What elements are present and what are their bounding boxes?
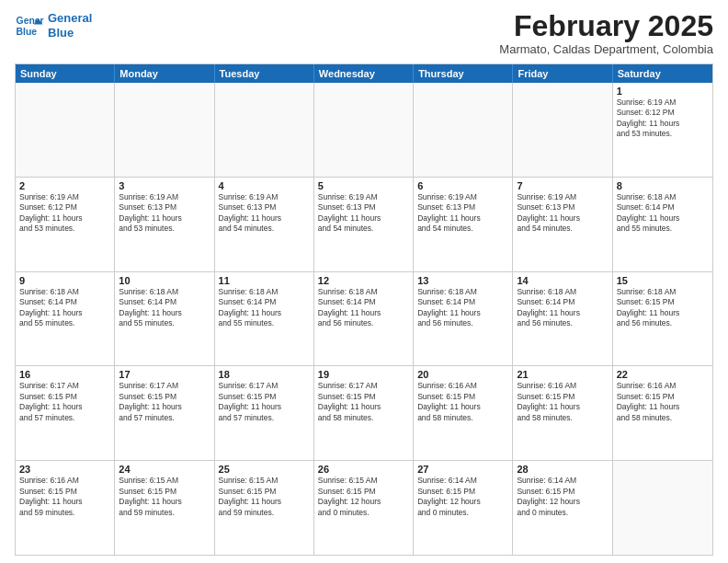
day-info: Sunrise: 6:18 AM Sunset: 6:14 PM Dayligh…	[517, 287, 608, 329]
day-number: 26	[318, 464, 409, 475]
day-number: 25	[219, 464, 310, 475]
day-number: 16	[19, 369, 110, 380]
day-cell-7: 7Sunrise: 6:19 AM Sunset: 6:13 PM Daylig…	[513, 178, 612, 271]
day-number: 5	[318, 180, 409, 191]
calendar-row-3: 9Sunrise: 6:18 AM Sunset: 6:14 PM Daylig…	[16, 272, 712, 367]
day-info: Sunrise: 6:18 AM Sunset: 6:14 PM Dayligh…	[417, 287, 508, 329]
day-cell-14: 14Sunrise: 6:18 AM Sunset: 6:14 PM Dayli…	[513, 272, 612, 366]
day-info: Sunrise: 6:18 AM Sunset: 6:15 PM Dayligh…	[617, 287, 709, 329]
day-number: 14	[517, 275, 608, 286]
day-number: 21	[517, 369, 608, 380]
day-cell-3: 3Sunrise: 6:19 AM Sunset: 6:13 PM Daylig…	[115, 178, 214, 271]
day-number: 17	[119, 369, 210, 380]
day-info: Sunrise: 6:14 AM Sunset: 6:15 PM Dayligh…	[517, 476, 608, 518]
day-info: Sunrise: 6:16 AM Sunset: 6:15 PM Dayligh…	[617, 381, 709, 423]
day-info: Sunrise: 6:17 AM Sunset: 6:15 PM Dayligh…	[318, 381, 409, 423]
day-info: Sunrise: 6:18 AM Sunset: 6:14 PM Dayligh…	[219, 287, 310, 329]
weekday-header-wednesday: Wednesday	[314, 64, 414, 83]
weekday-header-saturday: Saturday	[613, 64, 712, 83]
day-cell-23: 23Sunrise: 6:16 AM Sunset: 6:15 PM Dayli…	[16, 461, 115, 555]
calendar-row-2: 2Sunrise: 6:19 AM Sunset: 6:12 PM Daylig…	[16, 178, 712, 272]
day-cell-12: 12Sunrise: 6:18 AM Sunset: 6:14 PM Dayli…	[314, 272, 414, 366]
day-cell-26: 26Sunrise: 6:15 AM Sunset: 6:15 PM Dayli…	[314, 461, 414, 555]
empty-cell	[115, 83, 214, 177]
empty-cell	[414, 83, 513, 177]
day-info: Sunrise: 6:17 AM Sunset: 6:15 PM Dayligh…	[219, 381, 310, 423]
logo-text-line1: General	[48, 11, 92, 26]
day-number: 10	[119, 275, 210, 286]
location: Marmato, Caldas Department, Colombia	[499, 42, 713, 56]
day-cell-4: 4Sunrise: 6:19 AM Sunset: 6:13 PM Daylig…	[215, 178, 314, 271]
day-cell-24: 24Sunrise: 6:15 AM Sunset: 6:15 PM Dayli…	[115, 461, 214, 555]
empty-cell	[613, 461, 712, 555]
empty-cell	[314, 83, 414, 177]
day-info: Sunrise: 6:17 AM Sunset: 6:15 PM Dayligh…	[19, 381, 110, 423]
day-cell-15: 15Sunrise: 6:18 AM Sunset: 6:15 PM Dayli…	[613, 272, 712, 366]
weekday-header-sunday: Sunday	[16, 64, 115, 83]
day-number: 28	[517, 464, 608, 475]
day-number: 8	[617, 180, 709, 191]
header: General Blue General Blue February 2025 …	[15, 11, 713, 56]
day-info: Sunrise: 6:16 AM Sunset: 6:15 PM Dayligh…	[517, 381, 608, 423]
day-cell-21: 21Sunrise: 6:16 AM Sunset: 6:15 PM Dayli…	[513, 366, 612, 460]
day-number: 4	[219, 180, 310, 191]
day-cell-17: 17Sunrise: 6:17 AM Sunset: 6:15 PM Dayli…	[115, 366, 214, 460]
logo: General Blue General Blue	[15, 11, 92, 40]
weekday-header-thursday: Thursday	[414, 64, 513, 83]
day-cell-1: 1Sunrise: 6:19 AM Sunset: 6:12 PM Daylig…	[613, 83, 712, 177]
day-cell-25: 25Sunrise: 6:15 AM Sunset: 6:15 PM Dayli…	[215, 461, 314, 555]
weekday-header-friday: Friday	[513, 64, 612, 83]
weekday-header-monday: Monday	[115, 64, 214, 83]
day-number: 1	[617, 86, 709, 97]
day-cell-5: 5Sunrise: 6:19 AM Sunset: 6:13 PM Daylig…	[314, 178, 414, 271]
day-info: Sunrise: 6:14 AM Sunset: 6:15 PM Dayligh…	[417, 476, 508, 518]
calendar-row-4: 16Sunrise: 6:17 AM Sunset: 6:15 PM Dayli…	[16, 366, 712, 461]
day-info: Sunrise: 6:19 AM Sunset: 6:13 PM Dayligh…	[517, 192, 608, 235]
calendar: SundayMondayTuesdayWednesdayThursdayFrid…	[15, 63, 713, 556]
day-cell-16: 16Sunrise: 6:17 AM Sunset: 6:15 PM Dayli…	[16, 366, 115, 460]
page: General Blue General Blue February 2025 …	[0, 0, 728, 563]
day-number: 11	[219, 275, 310, 286]
day-info: Sunrise: 6:19 AM Sunset: 6:13 PM Dayligh…	[219, 192, 310, 235]
day-cell-19: 19Sunrise: 6:17 AM Sunset: 6:15 PM Dayli…	[314, 366, 414, 460]
day-cell-18: 18Sunrise: 6:17 AM Sunset: 6:15 PM Dayli…	[215, 366, 314, 460]
calendar-body: 1Sunrise: 6:19 AM Sunset: 6:12 PM Daylig…	[16, 83, 712, 555]
logo-text-line2: Blue	[48, 26, 92, 40]
day-cell-8: 8Sunrise: 6:18 AM Sunset: 6:14 PM Daylig…	[613, 178, 712, 271]
day-number: 19	[318, 369, 409, 380]
day-number: 2	[19, 180, 110, 191]
day-number: 7	[517, 180, 608, 191]
day-info: Sunrise: 6:16 AM Sunset: 6:15 PM Dayligh…	[417, 381, 508, 423]
day-number: 23	[19, 464, 110, 475]
title-block: February 2025 Marmato, Caldas Department…	[499, 11, 713, 56]
day-info: Sunrise: 6:18 AM Sunset: 6:14 PM Dayligh…	[318, 287, 409, 329]
day-number: 12	[318, 275, 409, 286]
day-cell-11: 11Sunrise: 6:18 AM Sunset: 6:14 PM Dayli…	[215, 272, 314, 366]
day-number: 15	[617, 275, 709, 286]
day-info: Sunrise: 6:18 AM Sunset: 6:14 PM Dayligh…	[19, 287, 110, 329]
day-number: 6	[417, 180, 508, 191]
day-cell-13: 13Sunrise: 6:18 AM Sunset: 6:14 PM Dayli…	[414, 272, 513, 366]
day-cell-9: 9Sunrise: 6:18 AM Sunset: 6:14 PM Daylig…	[16, 272, 115, 366]
svg-text:Blue: Blue	[17, 27, 38, 37]
day-info: Sunrise: 6:19 AM Sunset: 6:13 PM Dayligh…	[119, 192, 210, 235]
calendar-row-5: 23Sunrise: 6:16 AM Sunset: 6:15 PM Dayli…	[16, 461, 712, 555]
day-info: Sunrise: 6:19 AM Sunset: 6:13 PM Dayligh…	[417, 192, 508, 235]
day-cell-22: 22Sunrise: 6:16 AM Sunset: 6:15 PM Dayli…	[613, 366, 712, 460]
day-number: 24	[119, 464, 210, 475]
day-cell-2: 2Sunrise: 6:19 AM Sunset: 6:12 PM Daylig…	[16, 178, 115, 271]
day-info: Sunrise: 6:15 AM Sunset: 6:15 PM Dayligh…	[219, 476, 310, 518]
day-number: 3	[119, 180, 210, 191]
day-info: Sunrise: 6:19 AM Sunset: 6:12 PM Dayligh…	[19, 192, 110, 235]
day-info: Sunrise: 6:18 AM Sunset: 6:14 PM Dayligh…	[617, 192, 709, 235]
day-info: Sunrise: 6:15 AM Sunset: 6:15 PM Dayligh…	[119, 476, 210, 518]
day-info: Sunrise: 6:15 AM Sunset: 6:15 PM Dayligh…	[318, 476, 409, 518]
day-info: Sunrise: 6:19 AM Sunset: 6:12 PM Dayligh…	[617, 98, 709, 140]
day-info: Sunrise: 6:17 AM Sunset: 6:15 PM Dayligh…	[119, 381, 210, 423]
calendar-row-1: 1Sunrise: 6:19 AM Sunset: 6:12 PM Daylig…	[16, 83, 712, 178]
weekday-header-tuesday: Tuesday	[215, 64, 314, 83]
calendar-header: SundayMondayTuesdayWednesdayThursdayFrid…	[16, 64, 712, 83]
day-number: 13	[417, 275, 508, 286]
month-title: February 2025	[499, 11, 713, 40]
day-number: 9	[19, 275, 110, 286]
